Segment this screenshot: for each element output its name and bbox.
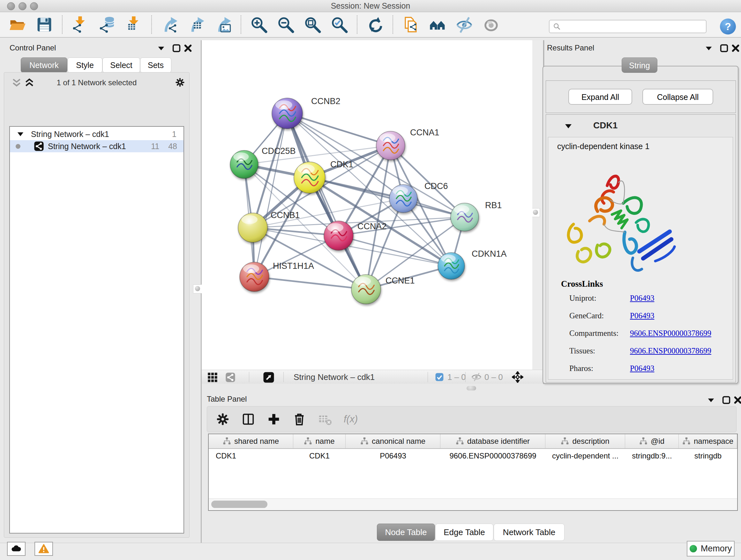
table-panel-close-icon[interactable] bbox=[733, 395, 741, 405]
column-header--id[interactable]: @id bbox=[625, 434, 679, 448]
column-header-namespace[interactable]: namespace bbox=[679, 434, 737, 448]
search-field[interactable] bbox=[549, 20, 706, 33]
scrollbar-thumb[interactable] bbox=[211, 501, 267, 508]
search-input[interactable] bbox=[561, 21, 706, 32]
create-column-icon[interactable] bbox=[266, 412, 281, 427]
save-session-icon[interactable] bbox=[36, 16, 53, 33]
column-header-description[interactable]: description bbox=[545, 434, 625, 448]
zoom-fit-icon[interactable] bbox=[304, 16, 321, 33]
control-panel-body: 1 of 1 Network selected String Network –… bbox=[4, 72, 190, 538]
share-view-icon[interactable] bbox=[225, 372, 235, 382]
network-row[interactable]: String Network – cdk1 11 48 bbox=[10, 140, 184, 152]
results-panel-menu-icon[interactable] bbox=[704, 44, 714, 53]
cell-shared-name[interactable]: CDK1 bbox=[209, 449, 293, 463]
cell--id[interactable]: stringdb:9... bbox=[625, 449, 679, 463]
node-CDC6[interactable]: CDC6 bbox=[389, 181, 448, 212]
collapse-all-button[interactable]: Collapse All bbox=[643, 89, 713, 105]
delete-column-icon[interactable] bbox=[292, 412, 307, 427]
gene-section-header[interactable]: CDK1 bbox=[546, 115, 736, 137]
export-image-icon[interactable] bbox=[214, 16, 232, 33]
column-header-canonical-name[interactable]: canonical name bbox=[346, 434, 441, 448]
table-panel-float-icon[interactable] bbox=[722, 395, 731, 405]
node-CCNE1[interactable]: CCNE1 bbox=[351, 274, 415, 304]
show-structure-images-icon[interactable] bbox=[456, 16, 473, 33]
node-CDK1[interactable]: CDK1 bbox=[294, 160, 353, 193]
fit-selected-crosshair-icon[interactable] bbox=[512, 371, 523, 383]
left-splitter-handle[interactable] bbox=[193, 285, 202, 294]
control-panel-menu-icon[interactable] bbox=[156, 44, 166, 53]
zoom-selected-icon[interactable] bbox=[331, 16, 348, 33]
results-tab-string[interactable]: String bbox=[622, 57, 657, 73]
zoom-in-icon[interactable] bbox=[250, 16, 267, 33]
edge-CCNB2-HIST1H1A[interactable] bbox=[254, 113, 287, 277]
table-horizontal-scrollbar[interactable] bbox=[209, 498, 737, 510]
network-options-gear-icon[interactable] bbox=[175, 77, 185, 88]
network-collection-row[interactable]: String Network – cdk1 1 bbox=[10, 128, 184, 140]
string-home-icon[interactable] bbox=[429, 16, 446, 33]
horizontal-splitter[interactable] bbox=[202, 384, 741, 393]
control-panel-close-icon[interactable] bbox=[183, 44, 193, 53]
column-label: database identifier bbox=[467, 437, 530, 446]
open-session-icon[interactable] bbox=[9, 16, 26, 33]
cell-name[interactable]: CDK1 bbox=[293, 449, 346, 463]
node-RB1[interactable]: RB1 bbox=[451, 200, 502, 231]
results-panel-float-icon[interactable] bbox=[719, 44, 729, 53]
node-CDKN1A[interactable]: CDKN1A bbox=[438, 249, 507, 279]
expand-all-button[interactable]: Expand All bbox=[568, 89, 632, 105]
control-panel-float-icon[interactable] bbox=[172, 44, 181, 53]
node-CCNA1[interactable]: CCNA1 bbox=[376, 128, 440, 160]
column-header-name[interactable]: name bbox=[293, 434, 346, 448]
export-table-to-file-icon[interactable] bbox=[188, 16, 205, 33]
tab-edge-table[interactable]: Edge Table bbox=[435, 523, 493, 541]
tab-select[interactable]: Select bbox=[103, 57, 140, 73]
collection-expander-icon[interactable] bbox=[17, 131, 24, 137]
cloud-status-button[interactable] bbox=[7, 542, 25, 556]
edge-HIST1H1A-CCNE1[interactable] bbox=[254, 277, 366, 289]
import-network-from-database-icon[interactable] bbox=[98, 16, 116, 33]
node-label-CCNB1: CCNB1 bbox=[271, 210, 300, 220]
import-network-from-file-icon[interactable] bbox=[71, 16, 89, 33]
table-panel-menu-icon[interactable] bbox=[706, 395, 716, 405]
cell-description[interactable]: cyclin-dependent ... bbox=[545, 449, 625, 463]
right-splitter-handle[interactable] bbox=[531, 208, 540, 217]
tab-node-table[interactable]: Node Table bbox=[377, 523, 435, 541]
splitter-grip[interactable] bbox=[467, 386, 476, 390]
network-tree: String Network – cdk1 1 String Network –… bbox=[9, 126, 184, 534]
cell-namespace[interactable]: stringdb bbox=[679, 449, 737, 463]
warning-status-button[interactable] bbox=[35, 542, 53, 556]
results-panel-close-icon[interactable] bbox=[731, 44, 740, 53]
edge-CCNB2-CCNA1[interactable] bbox=[287, 113, 391, 145]
enable-glass-effect-icon[interactable] bbox=[482, 16, 500, 33]
import-table-from-file-icon[interactable] bbox=[125, 16, 142, 33]
column-header-database-identifier[interactable]: database identifier bbox=[441, 434, 545, 448]
show-columns-icon[interactable] bbox=[241, 412, 256, 427]
selected-nodes-checkbox[interactable] bbox=[435, 373, 444, 381]
table-settings-gear-icon[interactable] bbox=[215, 412, 230, 427]
tab-network-table[interactable]: Network Table bbox=[494, 523, 564, 541]
node-HIST1H1A[interactable]: HIST1H1A bbox=[240, 261, 314, 292]
gene-expander-icon[interactable] bbox=[564, 123, 572, 129]
crosslink-link[interactable]: 9606.ENSP00000378699 bbox=[630, 329, 711, 338]
network-selection-status: 1 of 1 Network selected bbox=[4, 78, 189, 87]
cell-database-identifier[interactable]: 9606.ENSP00000378699 bbox=[441, 449, 545, 463]
refresh-network-icon[interactable] bbox=[366, 16, 384, 33]
tab-style[interactable]: Style bbox=[67, 57, 103, 73]
crosslink-link[interactable]: P06493 bbox=[630, 311, 654, 320]
zoom-out-icon[interactable] bbox=[277, 16, 294, 33]
crosslink-link[interactable]: 9606.ENSP00000378699 bbox=[630, 347, 711, 355]
crosslink-link[interactable]: P06493 bbox=[630, 294, 654, 303]
memory-button[interactable]: Memory bbox=[687, 541, 735, 557]
network-canvas[interactable]: CCNB2 CCNA1 CDC25B CDK1 CDC6 RB1 CCNB1 C… bbox=[202, 40, 532, 370]
tab-network[interactable]: Network bbox=[21, 57, 67, 73]
clone-network-icon[interactable] bbox=[402, 16, 419, 33]
column-header-shared-name[interactable]: shared name bbox=[209, 434, 293, 448]
tab-sets[interactable]: Sets bbox=[140, 57, 172, 73]
help-button[interactable]: ? bbox=[720, 18, 736, 35]
crosslink-link[interactable]: P06493 bbox=[630, 364, 654, 373]
hidden-items-icon[interactable] bbox=[471, 373, 482, 381]
grid-view-icon[interactable] bbox=[207, 372, 218, 382]
table-row[interactable]: CDK1CDK1P064939606.ENSP00000378699cyclin… bbox=[209, 449, 737, 463]
cell-canonical-name[interactable]: P06493 bbox=[346, 449, 441, 463]
birdseye-view-icon[interactable] bbox=[263, 372, 274, 383]
export-network-to-file-icon[interactable] bbox=[161, 16, 178, 33]
